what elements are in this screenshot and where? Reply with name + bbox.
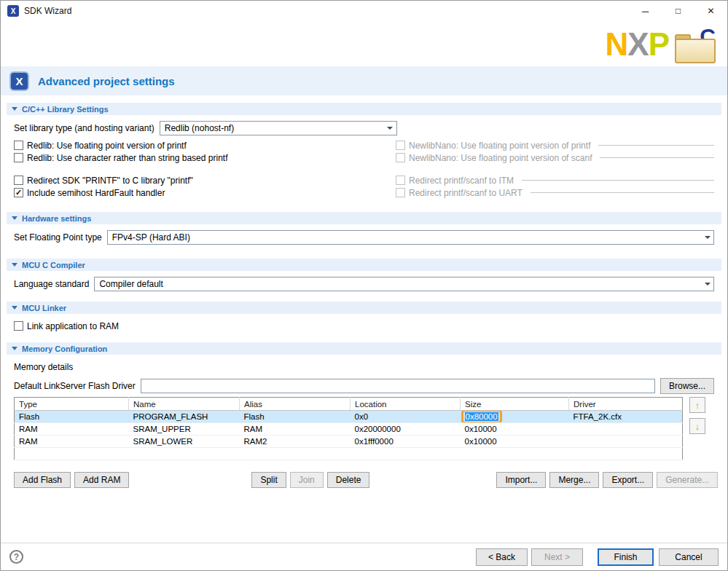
floating-point-label: Set Floating Point type bbox=[14, 232, 102, 243]
browse-button[interactable]: Browse... bbox=[660, 378, 714, 394]
brand-row: NXP C bbox=[1, 21, 727, 66]
checkbox-redirect-sdk-printf[interactable]: ✓ Redirect SDK "PRINTF" to C library "pr… bbox=[14, 175, 396, 186]
cell-alias[interactable]: Flash bbox=[240, 411, 351, 423]
checkbox-box[interactable]: ✓ bbox=[14, 321, 23, 331]
merge-button[interactable]: Merge... bbox=[549, 472, 599, 488]
help-icon[interactable]: ? bbox=[9, 550, 23, 564]
memory-row-sram-upper[interactable]: RAM SRAM_UPPER RAM 0x20000000 0x10000 bbox=[15, 423, 683, 436]
checkbox-box[interactable]: ✓ bbox=[14, 153, 23, 162]
checkbox-label: Redirect printf/scanf to ITM bbox=[409, 176, 514, 186]
annotation-highlight: 0x80000 bbox=[461, 411, 502, 423]
export-button[interactable]: Export... bbox=[603, 472, 653, 488]
cell-type[interactable] bbox=[15, 448, 129, 460]
cell-location[interactable] bbox=[351, 448, 461, 460]
column-header-name[interactable]: Name bbox=[129, 398, 240, 411]
cell-location[interactable]: 0x20000000 bbox=[351, 423, 461, 436]
column-header-location[interactable]: Location bbox=[351, 398, 461, 411]
maximize-button[interactable]: □ bbox=[662, 1, 694, 21]
checkbox-redlib-float-printf[interactable]: ✓ Redlib: Use floating point version of … bbox=[14, 140, 396, 151]
flash-driver-input[interactable] bbox=[141, 379, 655, 393]
cell-driver[interactable] bbox=[569, 436, 683, 448]
checkbox-box[interactable]: ✓ bbox=[14, 176, 23, 185]
chevron-down-icon bbox=[701, 277, 713, 291]
join-button: Join bbox=[290, 472, 324, 488]
cell-driver[interactable]: FTFA_2K.cfx bbox=[569, 411, 683, 423]
collapse-caret-icon bbox=[12, 216, 17, 220]
cell-type[interactable]: RAM bbox=[15, 436, 129, 448]
delete-button[interactable]: Delete bbox=[327, 472, 370, 488]
library-type-row: Set library type (and hosting variant) R… bbox=[14, 121, 714, 135]
cell-size[interactable]: 0x80000 bbox=[461, 411, 569, 423]
cell-alias[interactable]: RAM2 bbox=[240, 436, 351, 448]
cell-location[interactable]: 0x0 bbox=[351, 411, 461, 423]
checkbox-label: Link application to RAM bbox=[27, 321, 119, 331]
cell-name[interactable]: SRAM_UPPER bbox=[129, 423, 240, 436]
finish-button[interactable]: Finish bbox=[598, 548, 654, 566]
move-up-button[interactable]: ↑ bbox=[689, 397, 705, 413]
cell-name[interactable] bbox=[129, 448, 240, 460]
checkbox-box: ✓ bbox=[396, 176, 405, 185]
column-header-alias[interactable]: Alias bbox=[240, 398, 351, 411]
checkbox-box: ✓ bbox=[396, 188, 405, 197]
memory-row-sram-lower[interactable]: RAM SRAM_LOWER RAM2 0x1fff0000 0x10000 bbox=[15, 436, 683, 448]
generate-button: Generate... bbox=[657, 472, 718, 488]
floating-point-select[interactable]: FPv4-SP (Hard ABI) bbox=[107, 230, 714, 245]
library-type-select[interactable]: Redlib (nohost-nf) bbox=[160, 121, 397, 135]
section-mcu-linker[interactable]: MCU Linker bbox=[7, 302, 721, 314]
split-button[interactable]: Split bbox=[251, 472, 286, 488]
checkbox-box[interactable]: ✓ bbox=[14, 188, 23, 197]
checkbox-label: Redlib: Use character rather than string… bbox=[27, 153, 227, 163]
checkbox-label: Redirect SDK "PRINTF" to C library "prin… bbox=[27, 176, 193, 186]
checkbox-box: ✓ bbox=[396, 141, 405, 150]
checkbox-box[interactable]: ✓ bbox=[14, 141, 23, 150]
memory-table-area: Type Name Alias Location Size Driver Fla… bbox=[14, 397, 714, 460]
checkbox-semihost-hardfault[interactable]: ✓ Include semihost HardFault handler bbox=[14, 187, 396, 198]
column-header-type[interactable]: Type bbox=[15, 398, 129, 411]
checkbox-redlib-char-printf[interactable]: ✓ Redlib: Use character rather than stri… bbox=[14, 152, 396, 163]
section-memory-configuration[interactable]: Memory Configuration bbox=[7, 342, 721, 355]
minimize-button[interactable]: ─ bbox=[629, 1, 662, 21]
titlebar: X SDK Wizard ─ □ ✕ bbox=[1, 1, 727, 21]
memory-row-empty[interactable] bbox=[15, 448, 683, 460]
cancel-button[interactable]: Cancel bbox=[659, 548, 719, 566]
add-flash-button[interactable]: Add Flash bbox=[14, 472, 71, 488]
back-button[interactable]: < Back bbox=[476, 548, 528, 566]
memory-row-program-flash[interactable]: Flash PROGRAM_FLASH Flash 0x0 0x80000 FT… bbox=[15, 411, 683, 423]
language-standard-row: Language standard Compiler default bbox=[14, 277, 714, 291]
column-header-size[interactable]: Size bbox=[461, 398, 569, 411]
language-standard-label: Language standard bbox=[14, 279, 89, 289]
cell-size[interactable] bbox=[461, 448, 569, 460]
cell-alias[interactable]: RAM bbox=[240, 423, 351, 436]
wizard-header: X Advanced project settings bbox=[1, 66, 727, 95]
checkbox-label: NewlibNano: Use floating point version o… bbox=[409, 153, 592, 163]
cell-type[interactable]: RAM bbox=[15, 423, 129, 436]
section-mcu-c-compiler[interactable]: MCU C Compiler bbox=[7, 259, 721, 271]
cell-location[interactable]: 0x1fff0000 bbox=[351, 436, 461, 448]
cell-alias[interactable] bbox=[240, 448, 351, 460]
checkbox-link-application-to-ram[interactable]: ✓ Link application to RAM bbox=[14, 320, 119, 331]
language-standard-select[interactable]: Compiler default bbox=[94, 277, 714, 291]
cell-name[interactable]: PROGRAM_FLASH bbox=[129, 411, 240, 423]
chevron-down-icon bbox=[384, 122, 396, 135]
memory-table[interactable]: Type Name Alias Location Size Driver Fla… bbox=[14, 397, 683, 460]
cell-type[interactable]: Flash bbox=[15, 411, 129, 423]
cell-driver[interactable] bbox=[569, 423, 683, 436]
checkbox-redirect-itm: ✓ Redirect printf/scanf to ITM bbox=[396, 175, 714, 186]
cell-size[interactable]: 0x10000 bbox=[461, 423, 569, 436]
size-edit-value[interactable]: 0x80000 bbox=[465, 412, 498, 421]
add-ram-button[interactable]: Add RAM bbox=[74, 472, 129, 488]
section-hardware-settings[interactable]: Hardware settings bbox=[7, 212, 721, 224]
move-down-button[interactable]: ↓ bbox=[689, 418, 705, 434]
flash-driver-label: Default LinkServer Flash Driver bbox=[14, 381, 136, 391]
cell-name[interactable]: SRAM_LOWER bbox=[129, 436, 240, 448]
import-button[interactable]: Import... bbox=[496, 472, 546, 488]
checkbox-label: Include semihost HardFault handler bbox=[27, 188, 165, 198]
section-library-settings[interactable]: C/C++ Library Settings bbox=[7, 103, 721, 115]
cell-size[interactable]: 0x10000 bbox=[461, 436, 569, 448]
separator-line bbox=[598, 145, 714, 146]
floating-point-value: FPv4-SP (Hard ABI) bbox=[112, 232, 190, 243]
checkbox-newlibnano-float-scanf: ✓ NewlibNano: Use floating point version… bbox=[396, 152, 714, 163]
cell-driver[interactable] bbox=[569, 448, 683, 460]
close-button[interactable]: ✕ bbox=[694, 1, 727, 21]
column-header-driver[interactable]: Driver bbox=[569, 398, 683, 411]
